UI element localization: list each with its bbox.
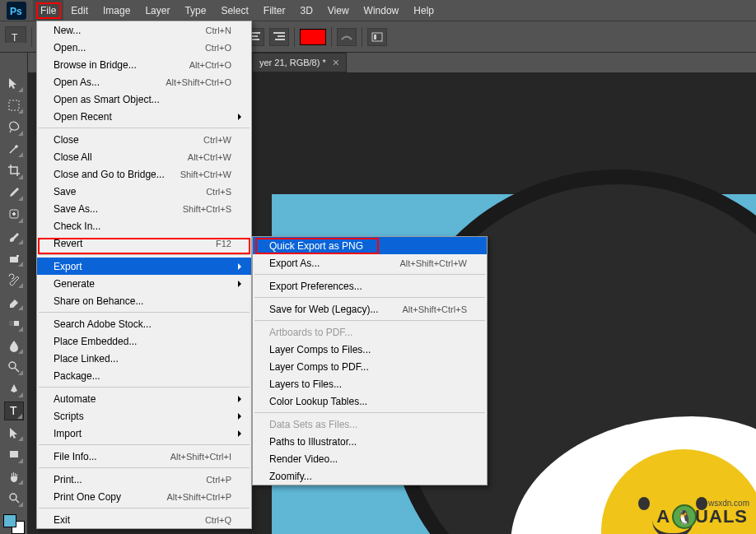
file-menu-item[interactable]: Open As...Alt+Shift+Ctrl+O [37, 73, 251, 91]
type-tool[interactable]: T [4, 402, 24, 420]
file-menu-item[interactable]: Scripts [37, 407, 251, 425]
submenu-arrow-icon [238, 413, 245, 420]
export-menu-item[interactable]: Color Lookup Tables... [253, 392, 487, 410]
history-brush-tool[interactable] [4, 271, 24, 290]
lasso-tool[interactable] [4, 118, 24, 137]
document-tab[interactable]: yer 21, RGB/8) * × [252, 53, 347, 72]
file-menu-item[interactable]: Open...Ctrl+O [37, 39, 251, 56]
file-menu-item[interactable]: Automate [37, 390, 251, 407]
path-selection-tool[interactable] [4, 424, 24, 443]
file-menu-item[interactable]: Export [37, 258, 251, 275]
brush-tool[interactable] [4, 227, 24, 246]
menu-select[interactable]: Select [213, 0, 255, 21]
svg-point-21 [9, 362, 16, 369]
export-menu-item[interactable]: Paths to Illustrator... [253, 433, 487, 450]
file-menu-item[interactable]: Place Linked... [37, 350, 251, 367]
export-menu-item[interactable]: Quick Export as PNG [253, 237, 487, 254]
file-menu-item[interactable]: Print...Ctrl+P [37, 471, 251, 488]
menu-layer[interactable]: Layer [138, 0, 177, 21]
menu-image[interactable]: Image [96, 0, 138, 21]
menu-3d[interactable]: 3D [292, 0, 320, 21]
export-menu-item[interactable]: Layers to Files... [253, 375, 487, 392]
watermark-logo-icon: 🐧 [672, 504, 697, 529]
file-menu-item[interactable]: Import [37, 425, 251, 442]
file-menu-item[interactable]: File Info...Alt+Shift+Ctrl+I [37, 448, 251, 465]
healing-brush-tool[interactable] [4, 205, 24, 224]
export-menu-item[interactable]: Layer Comps to PDF... [253, 358, 487, 375]
hand-tool[interactable] [4, 467, 24, 486]
character-panel-button[interactable] [367, 28, 387, 46]
menu-separator [39, 312, 250, 313]
menu-view[interactable]: View [320, 0, 357, 21]
menu-item-label: Check In... [54, 221, 100, 232]
clone-stamp-tool[interactable] [4, 248, 24, 267]
file-menu-item[interactable]: SaveCtrl+S [37, 183, 251, 200]
menu-item-label: Export [54, 261, 82, 272]
menu-item-label: Open As... [54, 77, 100, 88]
file-menu-item[interactable]: ExitCtrl+Q [37, 511, 251, 528]
close-tab-icon[interactable]: × [333, 56, 339, 69]
file-menu-item[interactable]: Close AllAlt+Ctrl+W [37, 148, 251, 165]
menu-help[interactable]: Help [406, 0, 441, 21]
file-menu-item[interactable]: RevertF12 [37, 234, 251, 252]
menu-item-label: Close [54, 134, 79, 146]
pen-tool[interactable] [4, 379, 24, 398]
file-menu-item[interactable]: Package... [37, 367, 251, 384]
svg-rect-18 [13, 212, 15, 216]
menu-window[interactable]: Window [357, 0, 407, 21]
file-menu-item[interactable]: Open as Smart Object... [37, 91, 251, 108]
menu-separator [39, 508, 250, 508]
export-menu-item[interactable]: Export Preferences... [253, 277, 487, 295]
file-menu-item[interactable]: New...Ctrl+N [37, 21, 251, 39]
menu-edit[interactable]: Edit [63, 0, 96, 21]
file-menu-item[interactable]: Close and Go to Bridge...Shift+Ctrl+W [37, 165, 251, 183]
move-tool[interactable] [4, 74, 24, 93]
zoom-tool[interactable] [4, 489, 24, 508]
file-menu-item[interactable]: Share on Behance... [37, 292, 251, 309]
crop-tool[interactable] [4, 161, 24, 180]
rectangle-tool[interactable] [4, 445, 24, 464]
eyedropper-tool[interactable] [4, 183, 24, 202]
menu-type[interactable]: Type [177, 0, 213, 21]
magic-wand-tool[interactable] [4, 140, 24, 159]
file-menu-item[interactable]: Open Recent [37, 108, 251, 125]
menu-separator [39, 128, 250, 128]
file-menu-item[interactable]: Save As...Shift+Ctrl+S [37, 200, 251, 217]
export-menu-item[interactable]: Export As...Alt+Shift+Ctrl+W [253, 254, 487, 272]
menu-separator [254, 297, 485, 298]
export-menu-item[interactable]: Save for Web (Legacy)...Alt+Shift+Ctrl+S [253, 300, 487, 318]
gradient-tool[interactable] [4, 314, 24, 333]
export-submenu-dropdown: Quick Export as PNGExport As...Alt+Shift… [252, 236, 488, 485]
file-menu-item[interactable]: Place Embedded... [37, 332, 251, 350]
export-menu-item[interactable]: Zoomify... [253, 467, 487, 485]
export-menu-item[interactable]: Layer Comps to Files... [253, 341, 487, 358]
eraser-tool[interactable] [4, 292, 24, 311]
document-tab-title: yer 21, RGB/8) * [259, 58, 326, 67]
file-menu-item[interactable]: Search Adobe Stock... [37, 315, 251, 332]
text-color-chip[interactable] [300, 29, 326, 45]
warp-text-button[interactable] [337, 28, 357, 46]
dodge-tool[interactable] [4, 358, 24, 377]
menu-file[interactable]: File [33, 0, 63, 21]
file-menu-item[interactable]: Generate [37, 275, 251, 292]
marquee-tool[interactable] [4, 96, 24, 115]
foreground-color-swatch[interactable] [3, 514, 16, 527]
separator [331, 27, 332, 47]
submenu-arrow-icon [238, 396, 245, 402]
menu-item-label: Layers to Files... [269, 378, 342, 390]
file-menu-item[interactable]: Browse in Bridge...Alt+Ctrl+O [37, 56, 251, 73]
svg-rect-10 [273, 32, 285, 34]
file-menu-item[interactable]: Print One CopyAlt+Shift+Ctrl+P [37, 488, 251, 505]
menu-filter[interactable]: Filter [256, 0, 293, 21]
file-menu-item[interactable]: CloseCtrl+W [37, 131, 251, 148]
blur-tool[interactable] [4, 336, 24, 355]
svg-point-24 [10, 494, 16, 500]
menu-item-shortcut: Ctrl+W [203, 135, 231, 145]
file-menu-item[interactable]: Check In... [37, 217, 251, 234]
color-swatches[interactable] [3, 514, 25, 534]
export-menu-item[interactable]: Render Video... [253, 450, 487, 467]
file-menu-dropdown: New...Ctrl+NOpen...Ctrl+OBrowse in Bridg… [36, 21, 252, 529]
align-right-button[interactable] [269, 28, 289, 46]
menu-item-label: Share on Behance... [54, 295, 143, 307]
toolbar-handle[interactable] [0, 43, 28, 53]
